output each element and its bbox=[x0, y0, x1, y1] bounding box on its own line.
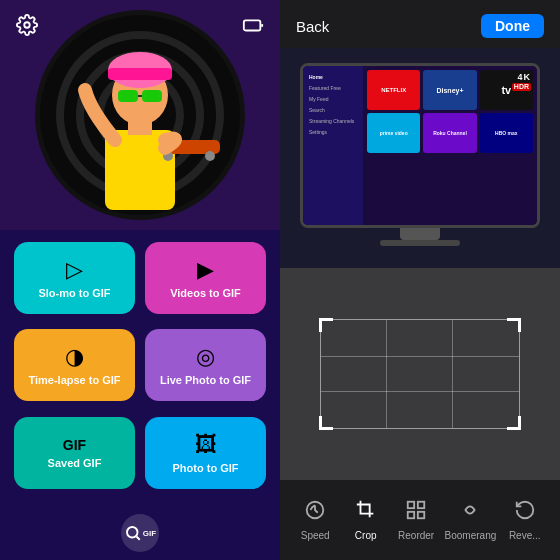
sidebar-streaming: Streaming Channels bbox=[307, 116, 359, 127]
crop-grid-line-h1 bbox=[321, 356, 519, 357]
tv-illustration: Home Featured Free My Feed Search Stream… bbox=[300, 63, 540, 253]
disney-tile: Disney+ bbox=[423, 70, 476, 110]
svg-point-19 bbox=[205, 151, 215, 161]
svg-line-21 bbox=[136, 536, 139, 539]
svg-point-0 bbox=[24, 22, 30, 28]
sidebar-settings: Settings bbox=[307, 127, 359, 138]
photo-label: Photo to GIF bbox=[173, 462, 239, 474]
svg-rect-14 bbox=[118, 90, 138, 102]
svg-rect-13 bbox=[108, 68, 172, 80]
tv-base bbox=[380, 240, 460, 246]
crop-area[interactable] bbox=[280, 268, 560, 480]
svg-rect-25 bbox=[408, 512, 414, 518]
speed-icon bbox=[304, 499, 326, 526]
sidebar-search: Search bbox=[307, 105, 359, 116]
timelapse-label: Time-lapse to GIF bbox=[28, 374, 120, 386]
videos-gif-button[interactable]: ▶ Videos to GIF bbox=[145, 242, 266, 314]
svg-rect-15 bbox=[142, 90, 162, 102]
sidebar-home: Home bbox=[307, 72, 359, 83]
tv-stand bbox=[400, 228, 440, 240]
battery-icon bbox=[242, 14, 264, 40]
revert-tool[interactable]: Reve... bbox=[503, 499, 547, 541]
reorder-tool[interactable]: Reorder bbox=[394, 499, 438, 541]
speed-label: Speed bbox=[301, 530, 330, 541]
crop-handle-bottom-right[interactable] bbox=[507, 416, 521, 430]
slo-mo-button[interactable]: ▷ Slo-mo to GIF bbox=[14, 242, 135, 314]
svg-rect-1 bbox=[244, 20, 261, 30]
speed-tool[interactable]: Speed bbox=[293, 499, 337, 541]
boomerang-label: Boomerang bbox=[445, 530, 497, 541]
tv-sidebar: Home Featured Free My Feed Search Stream… bbox=[303, 66, 363, 225]
reorder-icon bbox=[405, 499, 427, 526]
svg-rect-24 bbox=[418, 502, 424, 508]
svg-rect-23 bbox=[408, 502, 414, 508]
slo-mo-label: Slo-mo to GIF bbox=[38, 287, 110, 299]
left-header bbox=[0, 0, 280, 48]
videos-icon: ▶ bbox=[197, 257, 214, 283]
revert-icon bbox=[514, 499, 536, 526]
left-footer: GIF bbox=[0, 506, 280, 560]
search-button[interactable]: GIF bbox=[121, 514, 159, 552]
revert-label: Reve... bbox=[509, 530, 541, 541]
crop-grid bbox=[320, 319, 520, 429]
slo-mo-icon: ▷ bbox=[66, 257, 83, 283]
crop-grid-line-h2 bbox=[321, 391, 519, 392]
sidebar-myfeed: My Feed bbox=[307, 94, 359, 105]
crop-icon bbox=[355, 499, 377, 526]
left-panel: ▷ Slo-mo to GIF ▶ Videos to GIF ◑ Time-l… bbox=[0, 0, 280, 560]
crop-handle-top-right[interactable] bbox=[507, 318, 521, 332]
live-photo-button[interactable]: ◎ Live Photo to GIF bbox=[145, 329, 266, 401]
svg-point-20 bbox=[127, 527, 138, 538]
videos-label: Videos to GIF bbox=[170, 287, 241, 299]
saved-gif-button[interactable]: GIF Saved GIF bbox=[14, 417, 135, 489]
crop-handle-bottom-left[interactable] bbox=[319, 416, 333, 430]
tv-preview-area: Home Featured Free My Feed Search Stream… bbox=[280, 48, 560, 268]
photo-gif-button[interactable]: 🖼 Photo to GIF bbox=[145, 417, 266, 489]
boomerang-icon bbox=[459, 499, 481, 526]
tv-screen: Home Featured Free My Feed Search Stream… bbox=[303, 66, 537, 225]
settings-icon[interactable] bbox=[16, 14, 38, 40]
prime-tile: prime video bbox=[367, 113, 420, 153]
crop-tool[interactable]: Crop bbox=[344, 499, 388, 541]
bottom-toolbar: Speed Crop Reorder bbox=[280, 480, 560, 560]
timelapse-button[interactable]: ◑ Time-lapse to GIF bbox=[14, 329, 135, 401]
roku-tile: Roku Channel bbox=[423, 113, 476, 153]
reorder-label: Reorder bbox=[398, 530, 434, 541]
saved-icon: GIF bbox=[63, 437, 86, 453]
tv-body: Home Featured Free My Feed Search Stream… bbox=[300, 63, 540, 228]
hbo-tile: HBO max bbox=[480, 113, 533, 153]
crop-label: Crop bbox=[355, 530, 377, 541]
sidebar-featured: Featured Free bbox=[307, 83, 359, 94]
netflix-tile: NETFLIX bbox=[367, 70, 420, 110]
tv-badge: 4K HDR bbox=[512, 72, 531, 91]
button-grid: ▷ Slo-mo to GIF ▶ Videos to GIF ◑ Time-l… bbox=[0, 230, 280, 506]
done-button[interactable]: Done bbox=[481, 14, 544, 38]
svg-rect-26 bbox=[418, 512, 424, 518]
boomerang-tool[interactable]: Boomerang bbox=[445, 499, 497, 541]
saved-label: Saved GIF bbox=[48, 457, 102, 469]
crop-handle-top-left[interactable] bbox=[319, 318, 333, 332]
back-button[interactable]: Back bbox=[296, 18, 329, 35]
right-panel: Back Done Home Featured Free My Feed Sea… bbox=[280, 0, 560, 560]
photo-icon: 🖼 bbox=[195, 432, 217, 458]
live-label: Live Photo to GIF bbox=[160, 374, 251, 386]
right-header: Back Done bbox=[280, 0, 560, 48]
timelapse-icon: ◑ bbox=[65, 344, 84, 370]
live-icon: ◎ bbox=[196, 344, 215, 370]
